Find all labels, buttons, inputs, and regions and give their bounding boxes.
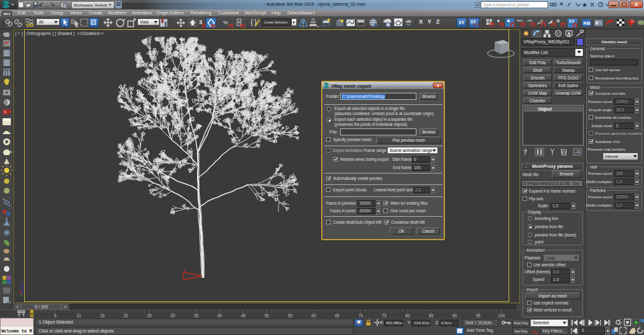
svg-text:95: 95: [476, 313, 481, 318]
svg-text:85: 85: [428, 313, 434, 318]
svg-text:80: 80: [406, 313, 411, 318]
svg-text:75: 75: [382, 313, 387, 318]
svg-text:5: 5: [54, 313, 57, 318]
svg-text:30: 30: [170, 313, 175, 318]
svg-text:35: 35: [194, 313, 199, 318]
svg-text:20: 20: [123, 313, 128, 318]
svg-text:60: 60: [312, 313, 317, 318]
svg-text:90: 90: [452, 313, 457, 318]
svg-text:15: 15: [100, 313, 105, 318]
svg-text:25: 25: [147, 313, 152, 318]
svg-text:50: 50: [264, 313, 270, 318]
svg-text:65: 65: [335, 313, 340, 318]
svg-text:40: 40: [217, 313, 223, 318]
svg-text:55: 55: [288, 313, 293, 318]
svg-text:45: 45: [241, 313, 246, 318]
svg-text:100: 100: [498, 313, 505, 318]
svg-text:10: 10: [76, 313, 81, 318]
svg-text:70: 70: [359, 313, 364, 318]
